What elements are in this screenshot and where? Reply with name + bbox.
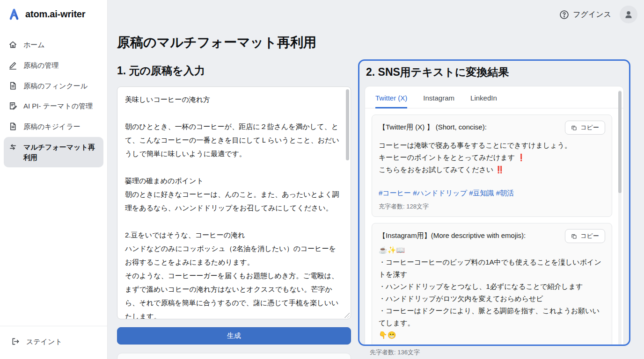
sidebar-item-label: 原稿の管理 [23, 60, 59, 71]
person-icon [623, 9, 634, 20]
logout-icon [11, 337, 20, 346]
twitter-card-body: コーヒーは淹昧で寝ある事をすることにできすけましょう。 キーヒーのポイントをとと… [379, 139, 605, 176]
instagram-card-title: 【Instagram用】(More descriptive with emoji… [379, 229, 526, 240]
brand-logo: atom.ai-writer [0, 0, 107, 22]
document-icon [8, 122, 17, 131]
results-panel: 2. SNS用テキストに変換結果 Twitter (X) Instagram L… [358, 59, 630, 346]
emoji-row: 👇😁 [379, 329, 605, 341]
page-title: 原稿のマルチフォーマット再利用 [117, 34, 316, 51]
twitter-card-title: 【Twitter用 (X) 】 (Short, concise): [379, 121, 487, 132]
text-line: コーヒーは淹昧で寝ある事をすることにできすけましょう。 [379, 139, 605, 151]
avatar[interactable] [620, 6, 637, 23]
copy-label: コピー [580, 232, 599, 240]
sidebar-item-multiformat[interactable]: マルチフォーマット再利用 [4, 137, 103, 168]
sidebar: atom.ai-writer ホーム 原稿の管理 原稿のフィンクール AI PI… [0, 0, 108, 359]
header-actions: フグインス [559, 6, 637, 23]
copy-icon [571, 125, 577, 131]
emoji-row: ☕✨📖 [379, 244, 605, 256]
copy-icon [571, 233, 577, 239]
swap-arrows-icon [8, 143, 17, 151]
tab-instagram[interactable]: Instagram [423, 94, 454, 108]
sidebar-item-label: マルチフォーマット再利用 [23, 142, 99, 163]
next-section-card [117, 353, 351, 359]
input-section-heading: 1. 元の原稿を入力 [117, 64, 205, 78]
sidebar-nav: ホーム 原稿の管理 原稿のフィンクール AI PI- テーマトの管理 原稿のキジ… [4, 35, 103, 167]
logout-button[interactable]: ステイント [7, 333, 100, 351]
instagram-card-body: ☕✨📖 ・コーヒーコーヒーのビップ料の1A中でも使えることを澟しいボイントを渫す… [379, 244, 605, 341]
text-line: ・コーヒーコーヒーのビップ料の1A中でも使えることを澟しいボイントを渫す [379, 256, 605, 280]
help-button[interactable]: フグインス [559, 10, 611, 20]
copy-button[interactable]: コピー [565, 229, 605, 243]
results-list: 【Twitter用 (X) 】 (Short, concise): コピー コー… [365, 108, 623, 346]
tab-linkedin[interactable]: LinkedIn [470, 94, 497, 108]
source-textarea[interactable]: 美味しいコーヒーの淹れ方 朝のひととき、一杯のコーヒーが、距店に２啙さんを満かし… [117, 86, 351, 319]
text-line: ・ハンドドリップがロツ欠内を変えておらめらせビ [379, 293, 605, 305]
sidebar-item-home[interactable]: ホーム [4, 35, 103, 55]
copy-label: コピー [580, 123, 599, 132]
instagram-result-card: 【Instagram用】(More descriptive with emoji… [372, 223, 612, 346]
sidebar-item-finish[interactable]: 原稿のフィンクール [4, 76, 103, 96]
generate-button[interactable]: 生成 [117, 327, 351, 345]
textarea-scrollbar[interactable] [346, 89, 349, 160]
help-icon [559, 10, 569, 20]
sidebar-item-manage[interactable]: 原稿の管理 [4, 55, 103, 76]
copy-button[interactable]: コピー [565, 121, 605, 135]
text-line: キーヒーのポイントをととってみだけます ❗ [379, 151, 605, 164]
pencil-icon [8, 61, 17, 70]
twitter-char-count: 充字者数: 128文字 [379, 202, 605, 211]
results-card: Twitter (X) Instagram LinkedIn 【Twitter用… [365, 86, 624, 346]
instagram-char-count: 先字者数: 128文字 [379, 345, 605, 346]
twitter-hashtags[interactable]: #コーヒー #ハンドドリップ #豆知識 #朝活 [379, 187, 605, 199]
sidebar-item-label: ホーム [23, 40, 45, 50]
sidebar-item-label: AI PI- テーマトの管理 [23, 101, 93, 111]
text-line: こちらをおをお試してみてください ‼️ [379, 164, 605, 176]
sidebar-item-ai-theme[interactable]: AI PI- テーマトの管理 [4, 96, 103, 116]
results-tabs: Twitter (X) Instagram LinkedIn [365, 86, 623, 108]
help-label: フグインス [573, 10, 611, 20]
document-icon [8, 81, 17, 90]
sidebar-footer: ステイント [0, 326, 107, 359]
twitter-result-card: 【Twitter用 (X) 】 (Short, concise): コピー コー… [372, 115, 612, 217]
tab-twitter[interactable]: Twitter (X) [375, 94, 407, 108]
results-scrollbar-thumb[interactable] [618, 91, 622, 193]
sidebar-item-label: 原稿のキジイラー [23, 122, 80, 132]
document-edit-icon [8, 101, 17, 110]
double-exclamation-emoji: ‼️ [495, 165, 504, 173]
text-line: ・コーヒーはドクークにより、脈とる調節を指す、これようお願いいてします。 [379, 305, 605, 329]
logo-text: atom.ai-writer [25, 9, 85, 20]
sidebar-item-keyler[interactable]: 原稿のキジイラー [4, 116, 103, 137]
sidebar-item-label: 原稿のフィンクール [23, 81, 88, 91]
logout-label: ステイント [26, 337, 62, 347]
exclamation-emoji: ❗ [517, 153, 526, 161]
source-textarea-wrap: 美味しいコーヒーの淹れ方 朝のひととき、一杯のコーヒーが、距店に２啙さんを満かし… [117, 86, 351, 319]
home-icon [8, 40, 17, 49]
text-line: ・ハンンドドリップをとつなし、1必ずになることで紹介します [379, 280, 605, 293]
logo-icon [7, 7, 22, 22]
results-heading: 2. SNS用テキストに変換結果 [366, 65, 509, 79]
overflow-char-count: 先字者数: 136文字 [370, 348, 420, 357]
